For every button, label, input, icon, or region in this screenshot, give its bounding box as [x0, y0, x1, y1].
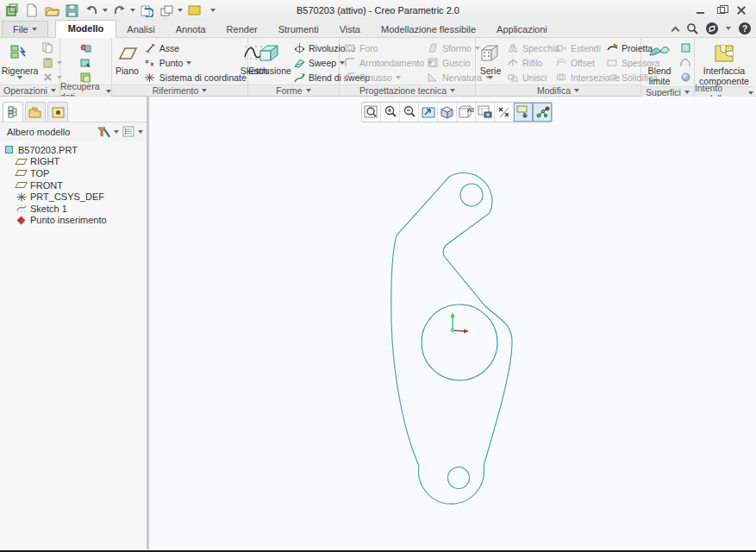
ribbon-tab-bar: File Modello Analisi Annota Render Strum… [0, 21, 756, 38]
group-label-recupera-dati[interactable]: Recupera dati [60, 85, 111, 97]
copy-icon [41, 42, 53, 53]
unisci-button[interactable]: Unisci [504, 70, 552, 85]
estrusione-button[interactable]: Estrusione [250, 40, 290, 85]
sistema-di-coordinate-button[interactable]: Sistema di coordinate [141, 70, 238, 85]
search-icon[interactable] [686, 22, 698, 34]
estendi-button[interactable]: Estendi [553, 41, 603, 55]
tree-item-top[interactable]: TOP [3, 167, 147, 179]
specchia-button[interactable]: Specchia [504, 41, 552, 55]
save-button[interactable] [63, 3, 80, 19]
minimize-button[interactable] [694, 5, 706, 16]
mirror-icon [507, 42, 519, 53]
tab-annota[interactable]: Annota [166, 22, 216, 37]
tree-filter-dropdown[interactable] [114, 130, 119, 134]
navigator-tabs [0, 97, 147, 122]
group-label-operazioni[interactable]: Operazioni [0, 85, 59, 96]
tree-item-sketch[interactable]: Sketch 1 [3, 203, 147, 215]
fill-surface-button[interactable] [677, 41, 694, 55]
arrotondamento-button[interactable]: Arrotondamento [341, 55, 423, 70]
regenerate-quick-button[interactable] [138, 3, 155, 19]
sformo-button[interactable]: Sformo [424, 41, 476, 55]
center-bore [422, 304, 497, 380]
sync-dropdown[interactable] [726, 27, 731, 30]
qat-customize-dropdown[interactable] [210, 9, 216, 12]
model-tree-tab[interactable] [3, 102, 23, 122]
tree-item-front[interactable]: FRONT [3, 179, 147, 191]
tree-settings-icon[interactable] [122, 126, 134, 137]
tree-item-csys[interactable]: PRT_CSYS_DEF [3, 191, 147, 203]
navigator-panel: Albero modello B570203.PRT [0, 97, 147, 549]
help-icon[interactable]: ? [739, 22, 751, 34]
tab-file[interactable]: File [2, 21, 48, 37]
sphere-surface-button[interactable] [677, 70, 694, 85]
tree-item-part[interactable]: B570203.PRT [3, 144, 147, 156]
rifilo-button[interactable]: Rifilo [504, 55, 552, 70]
collapse-ribbon-icon[interactable] [672, 26, 680, 34]
user-defined-feature-button[interactable] [78, 41, 95, 55]
redo-dropdown[interactable] [130, 9, 135, 12]
tab-render[interactable]: Render [216, 22, 268, 37]
tab-applicazioni[interactable]: Applicazioni [486, 22, 558, 37]
tree-item-insert-point[interactable]: Punto inserimento [3, 215, 147, 227]
ribbon-group-modifica: Serie Specchia Rifilo Unisci [476, 38, 641, 96]
group-label-modifica[interactable]: Modifica [476, 85, 640, 96]
piano-button[interactable]: Piano [114, 40, 141, 85]
tree-settings-dropdown[interactable] [138, 130, 143, 134]
undo-button[interactable] [83, 3, 100, 19]
redo-button[interactable] [110, 3, 128, 19]
extend-icon [555, 42, 567, 53]
tab-modellazione-flessibile[interactable]: Modellazione flessibile [371, 22, 486, 37]
graphics-area[interactable]: AB [149, 97, 756, 549]
offset-button[interactable]: Offset [553, 55, 603, 70]
window-dropdown[interactable] [178, 9, 183, 12]
asse-button[interactable]: Asse [141, 41, 238, 55]
tab-vista[interactable]: Vista [329, 22, 371, 37]
restore-button[interactable] [715, 5, 727, 16]
ribbon-group-intento-modello: Interfaccia componente Intento modello [695, 38, 753, 96]
ribbon-group-progettazione-tecnica: Foro Arrotondamento Smusso [340, 38, 476, 96]
close-button[interactable] [735, 5, 747, 16]
serie-button[interactable]: Serie [478, 40, 503, 85]
intersezione-button[interactable]: Intersezione [553, 70, 603, 85]
group-label-progettazione-tecnica[interactable]: Progettazione tecnica [340, 85, 475, 96]
tab-modello[interactable]: Modello [55, 20, 117, 38]
group-label-forme[interactable]: Forme [248, 85, 339, 96]
tree-title: Albero modello [7, 127, 70, 137]
favorites-icon [52, 107, 65, 118]
model-tree: B570203.PRT RIGHT TOP FRONT [0, 141, 147, 549]
tree-header: Albero modello [0, 122, 147, 141]
copy-geometry-button[interactable] [78, 55, 95, 70]
window-switch-button[interactable] [158, 3, 175, 19]
point-icon [144, 57, 156, 68]
sketch-outline [391, 172, 512, 504]
tab-strumenti[interactable]: Strumenti [268, 22, 329, 37]
creo-app-icon[interactable] [3, 3, 21, 19]
tab-analisi[interactable]: Analisi [116, 22, 165, 37]
creo-parametric-window: B570203 (attivo) - Creo Parametric 2.0 F… [0, 0, 756, 552]
tree-filter-icon[interactable] [97, 126, 110, 138]
project-icon [606, 42, 618, 53]
blend-limite-button[interactable]: Blend limite [643, 40, 676, 86]
rib-icon [427, 72, 439, 83]
new-file-button[interactable] [23, 3, 41, 19]
smusso-button[interactable]: Smusso [341, 70, 423, 85]
tree-item-right[interactable]: RIGHT [3, 156, 147, 168]
punto-button[interactable]: Punto [141, 55, 238, 70]
undo-dropdown[interactable] [103, 9, 108, 12]
component-interface-icon [714, 41, 734, 66]
ribbon-group-superfici: Blend limite Superfici [641, 38, 695, 96]
interfaccia-componente-button[interactable]: Interfaccia componente [697, 40, 752, 86]
style-surface-button[interactable] [677, 55, 694, 70]
nervatura-button[interactable]: Nervatura [424, 70, 476, 85]
favorites-tab[interactable] [47, 102, 68, 122]
foro-button[interactable]: Foro [341, 41, 423, 55]
group-label-riferimento[interactable]: Riferimento [112, 85, 247, 96]
open-file-button[interactable] [43, 3, 60, 19]
flat-surface-icon [679, 42, 691, 53]
folder-browser-tab[interactable] [25, 102, 46, 122]
guscio-button[interactable]: Guscio [424, 55, 476, 70]
sync-icon[interactable] [706, 22, 718, 34]
regenerate-icon [10, 41, 29, 66]
rigenera-button[interactable]: Rigenera [2, 40, 38, 85]
close-window-button[interactable] [185, 3, 203, 19]
